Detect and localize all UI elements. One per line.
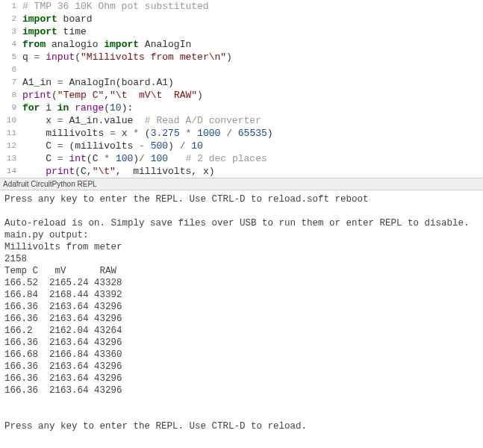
code-line[interactable]: import board xyxy=(22,13,483,25)
repl-output[interactable]: Press any key to enter the REPL. Use CTR… xyxy=(0,190,483,435)
code-line[interactable]: C = int(C * 100)/ 100 # 2 dec places xyxy=(22,152,483,165)
line-number: 6 xyxy=(0,63,16,76)
code-line[interactable]: A1_in = AnalogIn(board.A1) xyxy=(22,76,483,89)
code-line[interactable]: # TMP 36 10K Ohm pot substituted xyxy=(22,0,483,13)
line-number: 7 xyxy=(0,76,16,89)
line-number: 13 xyxy=(0,152,16,165)
line-number: 11 xyxy=(0,127,16,140)
line-number: 3 xyxy=(0,25,16,38)
code-line[interactable]: print(C,"\t", millivolts, x) xyxy=(22,165,483,178)
line-number: 1 xyxy=(0,0,16,13)
code-line[interactable]: q = input("Millivolts from meter\n") xyxy=(22,51,483,63)
code-line[interactable]: for i in range(10): xyxy=(22,102,483,114)
line-number: 4 xyxy=(0,38,16,51)
line-number: 12 xyxy=(0,140,16,152)
line-number: 8 xyxy=(0,89,16,102)
line-number: 5 xyxy=(0,51,16,63)
code-line[interactable]: C = (millivolts - 500) / 10 xyxy=(22,140,483,152)
code-line[interactable]: millivolts = x * (3.275 * 1000 / 65535) xyxy=(22,127,483,140)
code-line[interactable]: from analogio import AnalogIn xyxy=(22,38,483,51)
code-line[interactable]: x = A1_in.value # Read A/D converter xyxy=(22,114,483,127)
code-line[interactable]: import time xyxy=(22,25,483,38)
code-editor[interactable]: 1234567891011121314 # TMP 36 10K Ohm pot… xyxy=(0,0,483,178)
line-number: 9 xyxy=(0,102,16,114)
line-number: 14 xyxy=(0,165,16,178)
line-number: 2 xyxy=(0,13,16,25)
code-line[interactable]: print("Temp C","\t mV\t RAW") xyxy=(22,89,483,102)
repl-title-bar: Adafruit CircuitPython REPL xyxy=(0,178,483,190)
line-number: 10 xyxy=(0,114,16,127)
code-line[interactable] xyxy=(22,63,483,76)
code-area[interactable]: # TMP 36 10K Ohm pot substitutedimport b… xyxy=(22,0,483,178)
line-number-gutter: 1234567891011121314 xyxy=(0,0,22,178)
